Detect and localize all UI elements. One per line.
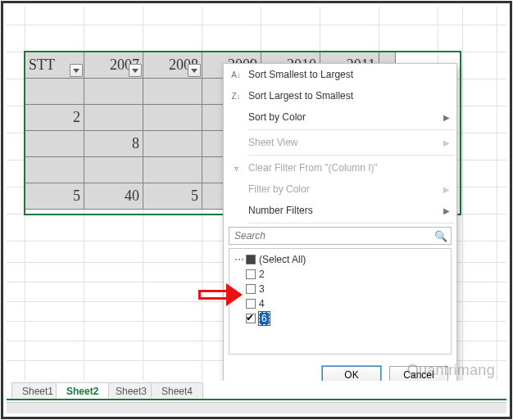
search-icon: 🔍	[434, 230, 447, 242]
col-header-2007[interactable]: 2007	[84, 52, 143, 79]
clear-filter: ▿ Clear Filter From "(Column I)"	[224, 157, 456, 178]
search-box[interactable]: 🔍	[229, 227, 452, 245]
tab-sheet4[interactable]: Sheet4	[151, 382, 203, 399]
chevron-right-icon: ▶	[443, 185, 450, 194]
cell[interactable]: 40	[84, 183, 143, 210]
menu-divider	[248, 223, 455, 224]
number-filters[interactable]: Number Filters ▶	[224, 200, 456, 221]
tab-sheet3[interactable]: Sheet3	[105, 382, 157, 399]
app-frame: STT 2007 2008 2009 2010 2011 6 23 84 6 5…	[1, 1, 512, 419]
sort-desc-icon: Z↓	[229, 88, 243, 103]
clear-filter-icon: ▿	[229, 160, 243, 175]
checkbox-icon[interactable]	[246, 255, 256, 264]
check-select-all[interactable]: ⋯ (Select All)	[233, 252, 447, 267]
chevron-right-icon: ▶	[443, 138, 450, 147]
check-item-4[interactable]: 4	[233, 296, 447, 311]
check-item-6[interactable]: 6	[233, 311, 447, 326]
sheet-view: Sheet View ▶	[224, 132, 456, 153]
menu-divider	[248, 129, 455, 130]
checkbox-icon[interactable]	[246, 299, 256, 309]
filter-dropdown-icon[interactable]	[129, 64, 142, 77]
filter-dropdown-icon[interactable]	[70, 64, 83, 77]
filter-dropdown-icon[interactable]	[188, 64, 201, 77]
checkbox-icon[interactable]	[246, 284, 256, 294]
search-input[interactable]	[233, 229, 434, 242]
checkbox-icon[interactable]	[246, 314, 256, 323]
col-header-stt[interactable]: STT	[25, 52, 84, 79]
sort-asc-icon: A↓	[229, 67, 243, 82]
filter-checklist[interactable]: ⋯ (Select All) 2 3 4 6	[229, 248, 452, 355]
cell[interactable]: 5	[25, 183, 84, 210]
col-header-2008[interactable]: 2008	[143, 52, 202, 79]
sort-asc[interactable]: A↓ Sort Smallest to Largest	[224, 64, 456, 85]
chevron-right-icon: ▶	[443, 113, 450, 122]
menu-divider	[248, 155, 455, 156]
check-item-2[interactable]: 2	[233, 267, 447, 282]
checkbox-icon[interactable]	[246, 269, 256, 279]
tab-sheet2[interactable]: Sheet2	[56, 382, 109, 399]
sort-by-color[interactable]: Sort by Color ▶	[224, 106, 456, 128]
chevron-right-icon: ▶	[443, 206, 450, 215]
filter-by-color: Filter by Color ▶	[224, 178, 456, 200]
cell[interactable]: 8	[84, 131, 143, 157]
cell[interactable]: 2	[25, 105, 84, 131]
check-item-3[interactable]: 3	[233, 282, 447, 296]
sort-desc[interactable]: Z↓ Sort Largest to Smallest	[224, 85, 456, 106]
sheet-tabs-bar: Sheet1 Sheet2 Sheet3 Sheet4	[7, 381, 506, 413]
cell[interactable]: 5	[143, 183, 202, 210]
filter-menu: A↓ Sort Smallest to Largest Z↓ Sort Larg…	[223, 63, 457, 393]
